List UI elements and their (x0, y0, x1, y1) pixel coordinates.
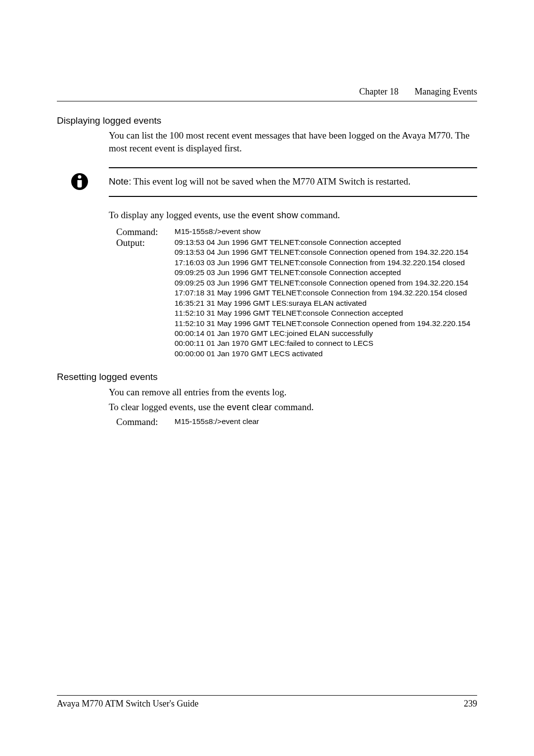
header-rule (57, 101, 477, 101)
output-line: 00:00:14 01 Jan 1970 GMT LEC:joined ELAN… (175, 329, 477, 338)
command-label: Command: (116, 227, 170, 237)
output-line: 17:07:18 31 May 1996 GMT TELNET:console … (175, 288, 477, 298)
note-body: This event log will not be saved when th… (131, 176, 410, 187)
output-lines: 09:13:53 04 Jun 1996 GMT TELNET:console … (175, 237, 477, 359)
display-intro: To display any logged events, use the ev… (109, 209, 477, 222)
output-line: 11:52:10 31 May 1996 GMT TELNET:console … (175, 319, 477, 329)
clear-command-value: M15-155s8:/>event clear (175, 417, 477, 427)
chapter-title: Managing Events (415, 87, 477, 96)
output-line: 17:16:03 03 Jun 1996 GMT TELNET:console … (175, 258, 477, 268)
output-line: 00:00:00 01 Jan 1970 GMT LECS activated (175, 349, 477, 359)
output-line: 09:09:25 03 Jun 1996 GMT TELNET:console … (175, 278, 477, 288)
output-line: 00:00:11 01 Jan 1970 GMT LEC:failed to c… (175, 338, 477, 348)
section-title-resetting: Resetting logged events (57, 372, 477, 382)
note-row: Note: This event log will not be saved w… (109, 168, 477, 196)
footer-rule (57, 695, 477, 696)
display-intro-a: To display any logged events, use the (109, 210, 252, 220)
info-icon (71, 173, 88, 190)
note-block: Note: This event log will not be saved w… (109, 167, 477, 197)
chapter-label: Chapter 18 (359, 87, 399, 96)
section2: Resetting logged events You can remove a… (57, 372, 477, 427)
section-title-displaying: Displaying logged events (57, 115, 477, 126)
command-output-block: Command: M15-155s8:/>event show Output: … (116, 227, 477, 359)
output-line: 11:52:10 31 May 1996 GMT TELNET:console … (175, 308, 477, 318)
command-value: M15-155s8:/>event show (175, 227, 477, 237)
note-text: Note: This event log will not be saved w… (109, 176, 410, 187)
output-line: 09:13:53 04 Jun 1996 GMT TELNET:console … (175, 247, 477, 257)
note-label: Note: (109, 176, 131, 187)
clear-intro-b: command. (272, 402, 313, 412)
page-number: 239 (464, 699, 477, 709)
section1-paragraph: You can list the 100 most recent event m… (109, 129, 477, 154)
display-intro-b: command. (298, 210, 340, 220)
clear-intro-a: To clear logged events, use the (109, 402, 227, 412)
output-label: Output: (116, 237, 170, 359)
output-line: 09:13:53 04 Jun 1996 GMT TELNET:console … (175, 237, 477, 247)
output-line: 16:35:21 31 May 1996 GMT LES:suraya ELAN… (175, 298, 477, 308)
running-header: Chapter 18 Managing Events (57, 87, 477, 97)
output-line: 09:09:25 03 Jun 1996 GMT TELNET:console … (175, 268, 477, 278)
clear-command-label: Command: (116, 417, 170, 427)
page: Chapter 18 Managing Events Displaying lo… (0, 0, 534, 756)
clear-intro: To clear logged events, use the event cl… (109, 400, 477, 414)
clear-command-block: Command: M15-155s8:/>event clear (116, 417, 477, 427)
event-show-command: event show (252, 210, 298, 220)
event-clear-command: event clear (227, 402, 272, 412)
section2-para1: You can remove all entries from the even… (109, 385, 477, 399)
note-bottom-rule (109, 196, 477, 197)
footer-left: Avaya M770 ATM Switch User's Guide (57, 699, 198, 709)
footer-row: Avaya M770 ATM Switch User's Guide 239 (57, 699, 477, 709)
page-footer: Avaya M770 ATM Switch User's Guide 239 (57, 695, 477, 709)
